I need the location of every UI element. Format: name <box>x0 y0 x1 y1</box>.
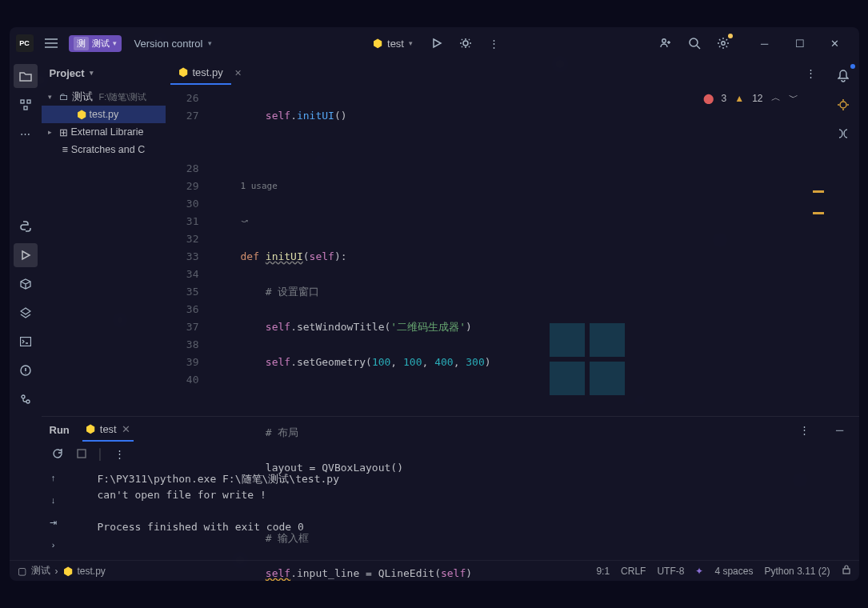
scratch-icon: ≡ <box>62 144 68 155</box>
code-area[interactable]: self.initUI() 1 usage ⤻ def initUI(self)… <box>206 86 827 416</box>
editor[interactable]: ⬤3 ▲12 ︿ ﹀ 26 27 28 29 30 31 32 33 34 <box>166 86 827 416</box>
chevron-down-icon: ▾ <box>409 39 413 47</box>
meet-ai-button[interactable] <box>831 122 855 146</box>
svg-rect-7 <box>20 338 30 346</box>
error-stripe[interactable] <box>813 190 824 214</box>
svg-point-1 <box>662 39 665 42</box>
run-config-name: test <box>387 38 404 50</box>
editor-more-button[interactable]: ⋮ <box>800 62 822 84</box>
notifications-button[interactable] <box>831 64 855 88</box>
tree-file[interactable]: ⬢ test.py <box>42 106 166 123</box>
terminal-tool-button[interactable] <box>14 330 38 354</box>
close-button[interactable]: ✕ <box>818 32 853 54</box>
more-tool-button[interactable]: ⋯ <box>14 122 38 146</box>
notification-dot <box>850 64 855 69</box>
main-menu-button[interactable] <box>40 32 62 54</box>
run-config-selector[interactable]: ⬢ test ▾ <box>366 34 419 53</box>
python-icon: ⬢ <box>77 108 86 121</box>
window-controls: ─ ☐ ✕ <box>747 32 853 54</box>
tab-label: test.py <box>193 66 223 78</box>
svg-rect-13 <box>843 569 850 574</box>
main-area: ⋯ <box>10 59 859 416</box>
ai-assistant-button[interactable] <box>831 93 855 117</box>
project-tree: ▾ 🗀 测试 F:\随笔\测试 ⬢ test.py ▸ ⊞ External L… <box>42 86 166 160</box>
vcs-tool-button[interactable] <box>14 387 38 411</box>
svg-point-11 <box>840 102 846 108</box>
python-icon: ⬢ <box>63 565 73 578</box>
panel-title: Project <box>50 67 85 79</box>
node-label: Scratches and C <box>71 144 145 155</box>
tree-root[interactable]: ▾ 🗀 测试 F:\随笔\测试 <box>42 88 166 106</box>
project-name: 测试 <box>92 38 110 50</box>
right-tool-strip <box>827 59 859 416</box>
scroll-up-button[interactable]: ↑ <box>46 470 62 486</box>
titlebar: PC 测 测试 ▾ Version control ▾ ⬢ test ▾ ⋮ <box>10 27 859 59</box>
services-tool-button[interactable] <box>14 301 38 325</box>
settings-button[interactable] <box>712 32 734 54</box>
folder-icon: 🗀 <box>59 91 69 102</box>
breadcrumb[interactable]: ▢ 测试 › ⬢ test.py <box>18 564 106 578</box>
separator: › <box>55 566 58 577</box>
project-tool-button[interactable] <box>14 64 38 88</box>
svg-point-3 <box>721 42 724 45</box>
gutter-action-icon[interactable]: ⤻ <box>206 213 827 230</box>
svg-point-9 <box>22 395 25 398</box>
tab-testpy[interactable]: ⬢ test.py <box>170 61 231 85</box>
python-packages-button[interactable] <box>14 272 38 296</box>
rerun-button[interactable] <box>50 446 66 462</box>
run-button[interactable] <box>426 32 448 54</box>
project-panel: Project ▾ ▾ 🗀 测试 F:\随笔\测试 ⬢ test.py ▸ ⊞ <box>42 59 166 416</box>
tree-scratches[interactable]: ≡ Scratches and C <box>42 141 166 158</box>
svg-rect-5 <box>27 100 30 103</box>
svg-rect-12 <box>78 450 86 458</box>
run-tab-test[interactable]: ⬢ test ✕ <box>82 418 134 442</box>
run-toolbar-more[interactable]: ⋮ <box>112 446 128 462</box>
svg-rect-6 <box>24 106 27 110</box>
structure-tool-button[interactable] <box>14 93 38 117</box>
stop-button[interactable] <box>74 446 90 462</box>
expand-button[interactable]: › <box>46 537 62 553</box>
close-tab-button[interactable]: ✕ <box>122 423 130 435</box>
node-path: F:\随笔\测试 <box>99 91 147 103</box>
update-indicator <box>728 34 733 38</box>
minimize-button[interactable]: ─ <box>747 32 782 54</box>
run-tab-label: test <box>100 423 117 435</box>
more-actions-button[interactable]: ⋮ <box>483 32 506 54</box>
node-label: External Librarie <box>71 126 144 138</box>
vc-label: Version control <box>134 38 203 50</box>
svg-point-0 <box>463 41 468 46</box>
search-everywhere-button[interactable] <box>683 32 706 54</box>
run-panel-title: Run <box>50 424 70 436</box>
problems-tool-button[interactable] <box>14 358 38 382</box>
node-label: test.py <box>90 109 119 120</box>
debug-button[interactable] <box>454 32 477 54</box>
maximize-button[interactable]: ☐ <box>782 32 818 54</box>
close-tab-button[interactable]: ✕ <box>234 68 242 78</box>
python-icon: ⬢ <box>373 37 382 50</box>
node-label: 测试 <box>72 90 93 104</box>
console-gutter: ↑ ↓ ⇥ › <box>42 465 66 560</box>
left-tool-strip: ⋯ <box>10 59 42 416</box>
crumb-root: 测试 <box>31 564 50 578</box>
chevron-down-icon: ▾ <box>113 39 117 47</box>
python-icon: ⬢ <box>86 422 95 435</box>
usage-hint[interactable]: 1 usage <box>206 178 827 195</box>
hide-panel-button[interactable]: ─ <box>829 418 851 441</box>
chevron-down-icon: ▾ <box>208 39 212 47</box>
soft-wrap-button[interactable]: ⇥ <box>46 514 62 530</box>
project-panel-header[interactable]: Project ▾ <box>42 59 166 86</box>
svg-rect-4 <box>21 100 24 103</box>
version-control-button[interactable]: Version control ▾ <box>128 34 218 53</box>
library-icon: ⊞ <box>59 126 68 138</box>
run-tool-button[interactable] <box>14 243 38 267</box>
project-selector[interactable]: 测 测试 ▾ <box>69 35 122 52</box>
gutter: 26 27 28 29 30 31 32 33 34 35 36 37 38 3… <box>166 86 206 416</box>
expand-icon: ▸ <box>48 128 56 136</box>
ide-window: PC 测 测试 ▾ Version control ▾ ⬢ test ▾ ⋮ <box>10 27 859 581</box>
python-console-button[interactable] <box>14 214 38 238</box>
crumb-file: test.py <box>78 566 106 577</box>
code-with-me-button[interactable] <box>654 32 677 54</box>
tree-ext-libs[interactable]: ▸ ⊞ External Librarie <box>42 123 166 141</box>
scroll-down-button[interactable]: ↓ <box>46 492 62 508</box>
lock-icon[interactable] <box>842 565 851 577</box>
